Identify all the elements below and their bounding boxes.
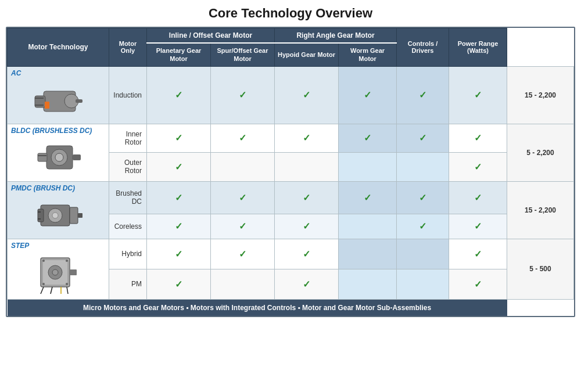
cell-motorOnly: ✓: [147, 124, 211, 153]
cell-hypoid: ✓: [339, 124, 397, 153]
col-sub-worm: Worm Gear Motor: [339, 43, 397, 66]
check-mark: ✓: [175, 249, 182, 259]
check-mark: ✓: [364, 90, 371, 100]
check-mark: ✓: [474, 162, 482, 172]
table-row: BLDC (BRUSHLESS DC) Inner Rotor✓✓✓✓✓✓5 -…: [8, 124, 574, 153]
check-mark: ✓: [239, 221, 246, 231]
row-label: Outer Rotor: [109, 153, 147, 182]
cell-planetary: ✓: [211, 214, 275, 239]
cell-controls: ✓: [449, 181, 507, 214]
cell-hypoid: ✓: [339, 181, 397, 214]
cell-controls: ✓: [449, 124, 507, 153]
svg-rect-16: [78, 213, 83, 218]
check-mark: ✓: [175, 90, 182, 100]
col-header-motor-tech: Motor Technology: [8, 28, 109, 67]
cell-controls: ✓: [449, 66, 507, 124]
check-mark: ✓: [419, 193, 426, 203]
check-mark: ✓: [175, 133, 182, 143]
svg-point-24: [52, 269, 58, 275]
row-label: PM: [109, 269, 147, 299]
svg-point-33: [66, 283, 68, 285]
row-label: Inner Rotor: [109, 124, 147, 153]
check-mark: ✓: [303, 133, 310, 143]
cell-spur: ✓: [275, 124, 339, 153]
table-row: STEP Hybrid✓✓✓✓5 - 500: [8, 239, 574, 269]
svg-rect-11: [38, 153, 47, 161]
motor-image-step: STEP: [8, 239, 109, 299]
cell-spur: ✓: [275, 269, 339, 299]
check-mark: ✓: [474, 90, 482, 100]
check-mark: ✓: [474, 133, 482, 143]
cell-hypoid: ✓: [339, 66, 397, 124]
svg-point-31: [66, 260, 68, 262]
power-range: 5 - 500: [507, 239, 574, 299]
motor-image-ac: AC: [8, 66, 109, 124]
col-header-power: Power Range (Watts): [449, 28, 507, 67]
cell-worm: ✓: [397, 66, 449, 124]
col-group-right: Right Angle Gear Motor: [275, 28, 397, 44]
power-range: 15 - 2,200: [507, 66, 574, 124]
check-mark: ✓: [419, 133, 426, 143]
cell-worm: ✓: [397, 214, 449, 239]
svg-point-32: [42, 283, 45, 285]
svg-line-26: [41, 287, 44, 294]
check-mark: ✓: [239, 193, 246, 203]
cell-controls: ✓: [449, 214, 507, 239]
check-mark: ✓: [303, 221, 310, 231]
check-mark: ✓: [175, 162, 182, 172]
cell-spur: ✓: [275, 214, 339, 239]
page-container: Core Technology Overview Motor Technolog…: [0, 0, 581, 392]
cell-spur: ✓: [275, 66, 339, 124]
cell-spur: [275, 153, 339, 182]
check-mark: ✓: [175, 221, 182, 231]
svg-point-18: [52, 213, 58, 218]
page-title: Core Technology Overview: [209, 6, 372, 21]
check-mark: ✓: [175, 279, 182, 289]
cell-worm: ✓: [397, 124, 449, 153]
cell-hypoid: [339, 269, 397, 299]
cell-controls: ✓: [449, 269, 507, 299]
cell-planetary: [211, 269, 275, 299]
table-row: AC Induction✓✓✓✓✓✓15 - 2,200: [8, 66, 574, 124]
cell-worm: [397, 153, 449, 182]
motor-image-pmdc: PMDC (BRUSH DC): [8, 181, 109, 239]
svg-line-29: [67, 287, 68, 294]
svg-rect-4: [45, 102, 49, 109]
main-table: Motor Technology Motor Only Inline / Off…: [7, 28, 574, 316]
svg-rect-1: [35, 96, 45, 107]
check-mark: ✓: [364, 193, 371, 203]
check-mark: ✓: [419, 90, 426, 100]
check-mark: ✓: [239, 133, 246, 143]
svg-point-9: [55, 153, 63, 161]
motor-svg-pmdc: [9, 195, 107, 236]
cell-motorOnly: ✓: [147, 181, 211, 214]
motor-svg-ac: [9, 80, 107, 121]
check-mark: ✓: [474, 221, 482, 231]
cell-planetary: ✓: [211, 66, 275, 124]
svg-rect-14: [38, 209, 44, 222]
cell-planetary: ✓: [211, 181, 275, 214]
motor-image-bldc: BLDC (BRUSHLESS DC): [8, 124, 109, 181]
svg-rect-25: [70, 269, 77, 275]
check-mark: ✓: [474, 193, 482, 203]
svg-rect-15: [70, 207, 78, 224]
cell-controls: ✓: [449, 239, 507, 269]
check-mark: ✓: [303, 279, 310, 289]
check-mark: ✓: [303, 90, 310, 100]
check-mark: ✓: [303, 193, 310, 203]
section-label-bldc: BLDC (BRUSHLESS DC): [9, 127, 107, 135]
row-label: Brushed DC: [109, 181, 147, 214]
cell-planetary: ✓: [211, 124, 275, 153]
svg-rect-10: [73, 154, 81, 160]
cell-planetary: [211, 153, 275, 182]
col-sub-planetary: Planetary Gear Motor: [147, 43, 211, 66]
table-row: PMDC (BRUSH DC) Brushed DC✓✓✓✓✓✓15 - 2,2…: [8, 181, 574, 214]
row-label: Hybrid: [109, 239, 147, 269]
header-group-row: Motor Technology Motor Only Inline / Off…: [8, 28, 574, 44]
check-mark: ✓: [474, 249, 482, 259]
svg-rect-3: [76, 99, 83, 103]
col-header-controls: Controls / Drivers: [397, 28, 449, 67]
cell-worm: ✓: [397, 181, 449, 214]
footer-text: Micro Motors and Gear Motors ▪ Motors wi…: [8, 299, 507, 316]
cell-spur: ✓: [275, 181, 339, 214]
